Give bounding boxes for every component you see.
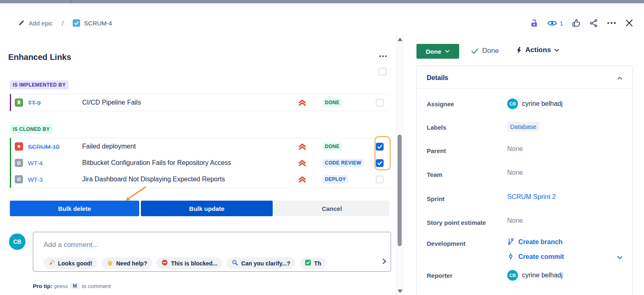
details-panel: Details Assignee CBcyrine belhadj Labels… bbox=[416, 66, 633, 295]
bulk-delete-button[interactable]: Bulk delete bbox=[10, 201, 139, 216]
celebrate-icon bbox=[48, 259, 55, 267]
protip-suffix: to comment bbox=[82, 283, 111, 289]
resolution-status-label: Done bbox=[482, 47, 499, 55]
magnifier-icon bbox=[232, 259, 238, 267]
resolution-status: Done bbox=[471, 47, 499, 55]
task-icon bbox=[11, 175, 28, 183]
link-row[interactable]: WT-4 Bitbucket Configuration Fails for R… bbox=[11, 155, 389, 171]
field-label: Assignee bbox=[427, 98, 507, 109]
chevron-up-icon bbox=[617, 76, 623, 80]
issue-key-link[interactable]: WT-4 bbox=[28, 160, 82, 167]
detail-field: Parent None bbox=[427, 145, 623, 156]
detail-field: Assignee CBcyrine belhadj bbox=[427, 98, 623, 109]
close-icon[interactable] bbox=[625, 19, 633, 27]
user-avatar: CB bbox=[507, 270, 518, 281]
actions-dropdown[interactable]: Actions bbox=[516, 46, 559, 54]
field-value-none: None bbox=[507, 217, 523, 224]
detail-field: Reporter CBcyrine belhadj bbox=[427, 270, 623, 281]
bulk-actions-bar: Bulk delete Bulk update Cancel bbox=[10, 201, 389, 216]
detail-field: Sprint SCRUM Sprint 2 bbox=[427, 193, 623, 204]
scroll-thumb[interactable] bbox=[398, 135, 402, 246]
details-header[interactable]: Details bbox=[417, 66, 632, 89]
details-fields: Assignee CBcyrine belhadj Labels Databas… bbox=[417, 89, 632, 281]
select-all-checkbox[interactable] bbox=[379, 68, 386, 75]
share-icon[interactable] bbox=[589, 19, 598, 27]
priority-highest-icon bbox=[298, 176, 322, 183]
chevron-down-icon[interactable] bbox=[617, 254, 623, 262]
priority-highest-icon bbox=[298, 99, 322, 106]
link-group-is-cloned-by: SCRUM-10 Failed deployment DONE WT-4 Bit… bbox=[10, 138, 389, 188]
quick-reply-pill[interactable]: Th bbox=[300, 257, 326, 269]
label-chip[interactable]: Database bbox=[507, 122, 539, 131]
field-link[interactable]: SCRUM Sprint 2 bbox=[507, 193, 556, 200]
wave-icon bbox=[107, 259, 113, 267]
quick-reply-pill[interactable]: This is blocked... bbox=[156, 257, 222, 269]
link-group-label: IS CLONED BY bbox=[10, 125, 53, 134]
add-epic-button[interactable]: Add epic bbox=[29, 20, 53, 27]
breadcrumb-issue-key[interactable]: SCRUM-4 bbox=[84, 20, 112, 27]
watch-button[interactable]: 1 bbox=[547, 20, 563, 27]
priority-highest-icon bbox=[298, 143, 322, 150]
vertical-scrollbar[interactable] bbox=[396, 35, 403, 295]
create-branch-link[interactable]: Create branch bbox=[507, 238, 623, 247]
protip: Pro tip: press M to comment bbox=[33, 283, 111, 289]
field-value-none: None bbox=[507, 145, 523, 152]
top-strip-divider bbox=[70, 0, 71, 3]
status-dropdown-button[interactable]: Done bbox=[416, 44, 459, 59]
link-row[interactable]: SCRUM-10 Failed deployment DONE bbox=[11, 138, 389, 155]
quick-reply-pill[interactable]: Looks good! bbox=[44, 257, 97, 269]
comment-placeholder: Add a comment... bbox=[44, 241, 98, 249]
task-icon bbox=[11, 159, 28, 167]
scroll-up-arrow[interactable] bbox=[398, 38, 402, 41]
more-actions-icon[interactable] bbox=[607, 20, 616, 26]
quick-reply-pills: Looks good! Need help? This is blocked..… bbox=[44, 257, 376, 269]
protip-prefix: Pro tip: bbox=[33, 283, 52, 289]
row-checkbox[interactable] bbox=[376, 176, 384, 183]
chevron-right-icon[interactable] bbox=[382, 258, 387, 264]
lock-open-icon[interactable] bbox=[530, 19, 538, 27]
quick-reply-pill[interactable]: Can you clarify...? bbox=[227, 257, 295, 269]
lightning-icon bbox=[516, 46, 522, 54]
breadcrumb: Add epic / SCRUM-4 bbox=[18, 18, 112, 28]
like-icon[interactable] bbox=[572, 18, 581, 27]
field-label: Sprint bbox=[427, 193, 507, 204]
field-label: Story point estimate bbox=[427, 217, 507, 228]
quick-reply-pill[interactable]: Need help? bbox=[102, 257, 152, 269]
comment-input[interactable]: Add a comment... Looks good! Need help? … bbox=[33, 232, 391, 272]
cancel-button[interactable]: Cancel bbox=[274, 201, 389, 216]
user-name: cyrine belhadj bbox=[522, 272, 563, 279]
issue-title: Failed deployment bbox=[82, 143, 298, 150]
row-checkbox[interactable] bbox=[376, 143, 384, 151]
link-group-label: IS IMPLEMENTED BY bbox=[10, 80, 69, 89]
bug-icon bbox=[11, 142, 28, 151]
status-badge: DEPLOY bbox=[322, 175, 348, 183]
field-label: Labels bbox=[427, 122, 507, 133]
status-badge: CODE REVIEW bbox=[322, 159, 364, 167]
issue-title: Bitbucket Configuration Fails for Reposi… bbox=[82, 159, 298, 167]
row-checkbox[interactable] bbox=[376, 99, 384, 107]
status-dropdown-label: Done bbox=[426, 48, 442, 55]
links-more-icon[interactable] bbox=[379, 53, 387, 59]
detail-field: Team None bbox=[427, 169, 623, 180]
edit-pencil-icon[interactable] bbox=[18, 20, 25, 26]
branch-icon bbox=[507, 238, 514, 247]
jira-issue-view: Add epic / SCRUM-4 1 Enhanced Links IS I… bbox=[0, 0, 644, 295]
issue-title: CI/CD Pipeline Fails bbox=[82, 99, 298, 106]
create-commit-link[interactable]: Create commit bbox=[507, 253, 623, 261]
current-user-avatar: CB bbox=[9, 233, 25, 250]
green-check-icon bbox=[471, 47, 479, 55]
protip-press: press bbox=[54, 283, 68, 289]
enhanced-links-title: Enhanced Links bbox=[8, 53, 71, 62]
row-checkbox[interactable] bbox=[376, 159, 384, 167]
issue-key-link[interactable]: WT-3 bbox=[28, 176, 82, 183]
bulk-update-button[interactable]: Bulk update bbox=[141, 201, 273, 216]
issue-key-link[interactable]: TT-9 bbox=[28, 99, 82, 106]
link-row[interactable]: TT-9 CI/CD Pipeline Fails DONE bbox=[11, 94, 389, 111]
issue-key-link[interactable]: SCRUM-10 bbox=[28, 143, 82, 150]
link-row[interactable]: WT-3 Jira Dashboard Not Displaying Expec… bbox=[11, 171, 389, 188]
browser-top-strip bbox=[0, 0, 644, 3]
resolved-icon bbox=[305, 259, 311, 267]
scroll-down-arrow[interactable] bbox=[398, 290, 402, 293]
issue-title: Jira Dashboard Not Displaying Expected R… bbox=[82, 176, 298, 183]
link-group-is-implemented-by: TT-9 CI/CD Pipeline Fails DONE bbox=[10, 94, 389, 111]
